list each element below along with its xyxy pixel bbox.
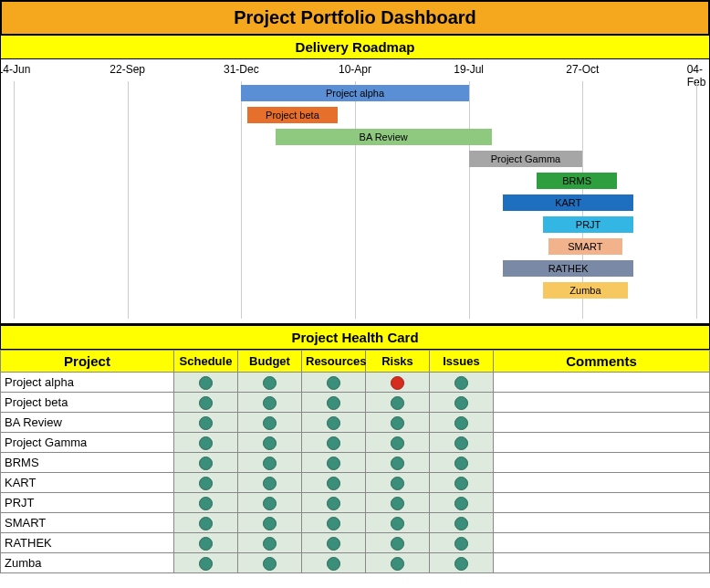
status-cell-resources xyxy=(302,533,366,553)
status-cell-schedule xyxy=(174,533,238,553)
status-cell-schedule xyxy=(174,513,238,533)
table-row: BA Review xyxy=(1,413,710,433)
gantt-bar: BA Review xyxy=(276,129,492,145)
roadmap-gridline xyxy=(355,81,356,319)
status-dot-icon xyxy=(199,477,213,490)
status-cell-risks xyxy=(366,513,430,533)
roadmap-section-title: Delivery Roadmap xyxy=(0,36,710,59)
status-dot-icon xyxy=(391,537,404,551)
status-cell-issues xyxy=(430,533,494,553)
health-col-issues: Issues xyxy=(430,351,494,373)
status-cell-budget xyxy=(238,413,302,433)
status-cell-budget xyxy=(238,433,302,453)
health-section-title: Project Health Card xyxy=(0,324,710,350)
gantt-bar: Project alpha xyxy=(241,85,468,101)
status-dot-icon xyxy=(327,557,340,571)
project-name-cell: Project Gamma xyxy=(1,433,174,453)
status-cell-risks xyxy=(366,433,430,453)
status-cell-risks xyxy=(366,393,430,413)
page-title: Project Portfolio Dashboard xyxy=(0,0,710,36)
comment-cell xyxy=(494,433,710,453)
roadmap-gridline xyxy=(14,81,15,319)
comment-cell xyxy=(494,493,710,513)
project-name-cell: PRJT xyxy=(1,493,174,513)
table-row: BRMS xyxy=(1,453,710,473)
status-cell-resources xyxy=(302,553,366,573)
status-cell-schedule xyxy=(174,413,238,433)
health-col-budget: Budget xyxy=(238,351,302,373)
status-cell-schedule xyxy=(174,493,238,513)
status-cell-issues xyxy=(430,553,494,573)
status-dot-icon xyxy=(454,436,468,450)
status-cell-issues xyxy=(430,373,494,393)
status-dot-icon xyxy=(391,416,404,430)
status-dot-icon xyxy=(263,457,277,470)
table-row: Project Gamma xyxy=(1,433,710,453)
roadmap-chart: 14-Jun22-Sep31-Dec10-Apr19-Jul27-Oct04-F… xyxy=(0,59,710,324)
project-name-cell: Zumba xyxy=(1,553,174,573)
status-dot-icon xyxy=(327,517,340,530)
project-name-cell: RATHEK xyxy=(1,533,174,553)
status-cell-budget xyxy=(238,553,302,573)
project-name-cell: BRMS xyxy=(1,453,174,473)
status-dot-icon xyxy=(454,557,468,571)
roadmap-axis-label: 14-Jun xyxy=(0,63,30,76)
comment-cell xyxy=(494,373,710,393)
status-cell-budget xyxy=(238,513,302,533)
status-dot-icon xyxy=(263,517,277,530)
status-cell-resources xyxy=(302,413,366,433)
comment-cell xyxy=(494,413,710,433)
gantt-bar: PRJT xyxy=(543,216,634,233)
status-dot-icon xyxy=(454,457,468,470)
status-cell-issues xyxy=(430,413,494,433)
comment-cell xyxy=(494,533,710,553)
status-dot-icon xyxy=(327,376,340,390)
table-row: RATHEK xyxy=(1,533,710,553)
status-dot-icon xyxy=(454,396,468,410)
status-cell-issues xyxy=(430,453,494,473)
status-cell-resources xyxy=(302,453,366,473)
status-cell-budget xyxy=(238,393,302,413)
roadmap-axis-label: 19-Jul xyxy=(454,63,484,76)
table-row: SMART xyxy=(1,513,710,533)
status-dot-icon xyxy=(199,416,213,430)
gantt-bar: BRMS xyxy=(537,173,616,189)
status-cell-issues xyxy=(430,473,494,493)
table-row: Zumba xyxy=(1,553,710,573)
status-dot-icon xyxy=(263,497,277,510)
status-cell-resources xyxy=(302,393,366,413)
status-dot-icon xyxy=(199,557,213,571)
status-dot-icon xyxy=(391,396,404,410)
status-cell-resources xyxy=(302,473,366,493)
status-dot-icon xyxy=(199,436,213,450)
status-dot-icon xyxy=(263,537,277,551)
status-cell-schedule xyxy=(174,433,238,453)
status-dot-icon xyxy=(391,457,404,470)
gantt-bar: Project beta xyxy=(247,107,339,123)
status-dot-icon xyxy=(263,396,277,410)
project-name-cell: Project alpha xyxy=(1,373,174,393)
status-dot-icon xyxy=(327,436,340,450)
status-cell-risks xyxy=(366,493,430,513)
health-col-schedule: Schedule xyxy=(174,351,238,373)
status-cell-resources xyxy=(302,373,366,393)
status-cell-issues xyxy=(430,493,494,513)
status-dot-icon xyxy=(199,517,213,530)
status-dot-icon xyxy=(327,396,340,410)
status-cell-schedule xyxy=(174,393,238,413)
roadmap-gridline xyxy=(469,81,470,319)
gantt-bar: KART xyxy=(503,194,633,211)
status-cell-budget xyxy=(238,493,302,513)
roadmap-axis-label: 22-Sep xyxy=(110,63,145,76)
roadmap-axis-label: 10-Apr xyxy=(339,63,371,76)
comment-cell xyxy=(494,453,710,473)
status-dot-icon xyxy=(391,517,404,530)
table-row: Project beta xyxy=(1,393,710,413)
status-dot-icon xyxy=(391,497,404,510)
gantt-bar: Project Gamma xyxy=(469,151,583,167)
roadmap-axis-label: 31-Dec xyxy=(224,63,259,76)
status-dot-icon xyxy=(454,497,468,510)
table-row: Project alpha xyxy=(1,373,710,393)
project-name-cell: Project beta xyxy=(1,393,174,413)
comment-cell xyxy=(494,553,710,573)
